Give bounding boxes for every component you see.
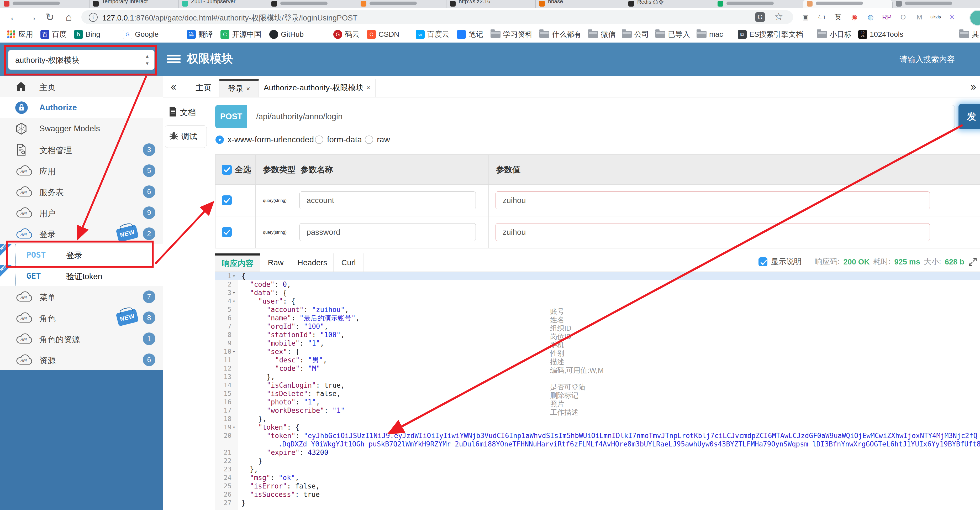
doc-rail-tab-doc[interactable]: 文档 [165, 101, 207, 124]
sidebar-item[interactable]: Swagger Models [0, 118, 163, 139]
send-button[interactable]: 发 [958, 104, 980, 129]
radio-icon[interactable] [215, 135, 224, 144]
show-desc-checkbox[interactable] [759, 257, 767, 266]
browser-tab[interactable]: Temporary Interact [89, 0, 179, 8]
browser-tab[interactable] [0, 0, 89, 8]
collapse-sidebar-button[interactable]: « [170, 81, 177, 93]
browser-tab[interactable] [714, 0, 803, 8]
response-tab[interactable]: Curl [334, 253, 364, 271]
content-tab[interactable]: 主页 [188, 79, 220, 97]
bookmark-item[interactable]: GGoogle [123, 29, 159, 40]
bookmark-item[interactable]: 已导入 [655, 29, 690, 40]
sidebar-item[interactable]: API登录NEW2 [0, 223, 163, 244]
bookmark-item[interactable]: 百百度 [40, 29, 67, 40]
doc-rail-tab-debug[interactable]: 调试 [165, 125, 207, 148]
sidebar-item[interactable]: API资源6 [0, 349, 163, 370]
extension-icon[interactable]: ▣ [799, 11, 811, 22]
bookmark-item[interactable]: 微信 [588, 29, 616, 40]
response-tab[interactable]: Raw [260, 253, 291, 271]
browser-tab[interactable] [892, 0, 980, 8]
bookmark-item[interactable]: 笔记 [457, 29, 483, 40]
sidebar-item[interactable]: API菜单7 [0, 286, 163, 307]
fold-arrow-icon[interactable]: ▾ [232, 347, 235, 356]
close-icon[interactable]: × [366, 84, 370, 92]
content-tab[interactable]: 登录× [220, 79, 259, 97]
browser-tab[interactable]: Redis 命令 [625, 0, 714, 8]
sidebar-endpoint-get[interactable]: NEWGET验证token [0, 265, 163, 286]
header-search-placeholder[interactable]: 请输入搜索内容 [900, 54, 955, 65]
browser-tab[interactable]: hbase [535, 0, 625, 8]
sidebar-item[interactable]: API角色的资源1 [0, 328, 163, 349]
bookmark-item[interactable]: CCSDN [367, 29, 399, 40]
menu-icon[interactable] [167, 53, 181, 65]
extension-icon[interactable]: 英 [832, 11, 844, 22]
bookmark-item[interactable]: 译翻译 [187, 29, 213, 40]
radio-icon[interactable] [365, 135, 373, 144]
site-info-icon[interactable]: i [89, 13, 98, 22]
response-tab[interactable]: 响应内容 [215, 253, 260, 271]
forward-button[interactable]: → [25, 11, 39, 24]
param-name-input[interactable] [299, 223, 476, 241]
extension-icon[interactable]: ◉ [848, 11, 860, 22]
url-bar[interactable]: i 127.0.0.1:8760/api/gate/doc.html#/auth… [81, 10, 793, 24]
browser-tab[interactable] [803, 0, 892, 8]
param-value-input[interactable] [495, 191, 930, 209]
extension-icon[interactable]: GitZip [930, 11, 942, 22]
param-value-input[interactable] [495, 223, 930, 241]
extension-icon[interactable]: O [897, 11, 909, 22]
extension-icon[interactable]: {…} [816, 11, 828, 22]
fold-arrow-icon[interactable]: ▾ [232, 297, 235, 305]
home-button[interactable]: ⌂ [62, 11, 76, 24]
extension-icon[interactable]: RP [881, 11, 893, 22]
close-icon[interactable]: × [246, 85, 250, 93]
browser-tab[interactable] [357, 0, 446, 8]
bookmark-item[interactable]: 10241024Tools [858, 29, 904, 40]
content-type-option[interactable]: raw [365, 135, 390, 145]
browser-tab[interactable] [268, 0, 357, 8]
fullscreen-icon[interactable] [968, 257, 977, 266]
browser-tab[interactable]: Zuul - Jumpserver [178, 0, 268, 8]
sidebar-item[interactable]: 主页 [0, 76, 163, 97]
bookmark-item[interactable]: mac [697, 29, 723, 40]
bookmark-item[interactable]: 公司 [622, 29, 649, 40]
param-name-input[interactable] [299, 191, 476, 209]
fold-arrow-icon[interactable]: ▾ [232, 288, 235, 297]
bookmark-overflow[interactable]: 其 [959, 29, 979, 40]
response-tab[interactable]: Headers [291, 253, 334, 271]
sidebar-endpoint-post[interactable]: NEWPOST登录 [0, 244, 163, 265]
param-checkbox[interactable] [222, 195, 232, 206]
content-type-option[interactable]: form-data [315, 135, 362, 145]
content-tab[interactable]: Authorize-authority-权限模块× [259, 79, 375, 97]
bookmark-item[interactable]: GitHub [269, 29, 304, 40]
sidebar-item[interactable]: API应用5 [0, 160, 163, 181]
bookmark-item[interactable]: ∞百度云 [416, 29, 449, 40]
sidebar-item[interactable]: API用户9 [0, 202, 163, 223]
back-button[interactable]: ← [7, 11, 21, 24]
bookmark-item[interactable]: G码云 [333, 29, 360, 40]
extension-icon[interactable]: ◍ [864, 11, 877, 22]
bookmark-item[interactable]: 什么都有 [539, 29, 581, 40]
bookmark-item[interactable]: C开源中国 [220, 29, 261, 40]
select-all-checkbox[interactable] [222, 165, 232, 175]
radio-icon[interactable] [315, 135, 323, 144]
translate-page-icon[interactable]: G [755, 12, 765, 22]
sidebar-item[interactable]: API服务表6 [0, 181, 163, 202]
sidebar-item[interactable]: API角色NEW8 [0, 307, 163, 328]
tab-overflow-button[interactable]: » [970, 81, 976, 93]
module-select[interactable]: authority-权限模块 ▴▾ [8, 50, 154, 70]
sidebar-item[interactable]: Authorize [0, 97, 163, 118]
extension-icon[interactable]: ✳ [946, 11, 958, 22]
bookmark-item[interactable]: 应用 [7, 29, 33, 40]
content-type-option[interactable]: x-www-form-urlencoded [215, 135, 314, 145]
bookmark-item[interactable]: 学习资料 [490, 29, 533, 40]
browser-tab[interactable]: http://s.z2.16 [446, 0, 536, 8]
fold-arrow-icon[interactable]: ▾ [232, 272, 235, 280]
avatar[interactable] [969, 10, 980, 26]
bookmark-item[interactable]: 小目标 [817, 29, 852, 40]
param-checkbox[interactable] [222, 227, 232, 237]
fold-arrow-icon[interactable]: ▾ [232, 423, 235, 432]
bookmark-star-icon[interactable]: ☆ [774, 11, 783, 22]
bookmark-item[interactable]: bBing [74, 29, 100, 40]
sidebar-item[interactable]: 文档管理3 [0, 139, 163, 160]
reload-button[interactable]: ↻ [43, 11, 57, 24]
